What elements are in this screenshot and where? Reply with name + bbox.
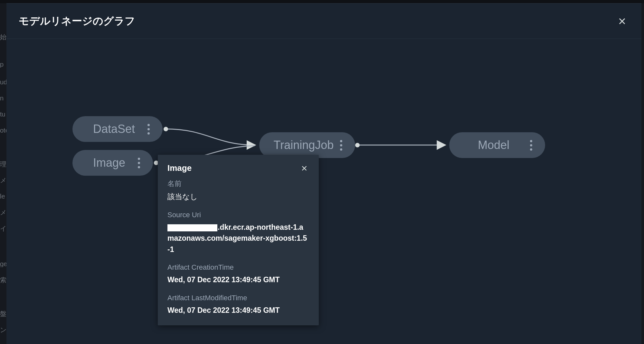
lineage-panel: モデルリネージのグラフ DataSet xyxy=(6,3,641,344)
node-label: DataSet xyxy=(85,122,143,136)
node-label: Model xyxy=(462,138,525,152)
field-label-name: 名前 xyxy=(167,179,309,189)
node-label: Image xyxy=(85,156,133,170)
panel-close-button[interactable] xyxy=(615,14,629,28)
close-icon xyxy=(618,17,627,26)
node-dataset[interactable]: DataSet xyxy=(72,116,163,142)
popover-close-button[interactable] xyxy=(299,163,309,173)
field-value-name: 該当なし xyxy=(167,191,309,202)
field-value-creation-time: Wed, 07 Dec 2022 13:49:45 GMT xyxy=(167,274,309,285)
sidebar-fragment-column: 始 p ud n tu ote 理 メ le メ イ ge 索 盤 ン xyxy=(0,3,6,344)
node-output-port[interactable] xyxy=(164,127,168,131)
node-menu-button[interactable] xyxy=(525,137,537,153)
redacted-account-id xyxy=(167,224,217,231)
popover-title: Image xyxy=(167,163,192,173)
close-icon xyxy=(301,165,308,172)
field-value-modified-time: Wed, 07 Dec 2022 13:49:45 GMT xyxy=(167,305,309,316)
edge-dataset-trainingjob xyxy=(166,129,255,145)
field-label-source-uri: Source Uri xyxy=(167,211,309,219)
panel-header: モデルリネージのグラフ xyxy=(6,4,641,39)
top-strip xyxy=(0,0,644,3)
field-value-source-uri: .dkr.ecr.ap-northeast-1.amazonaws.com/sa… xyxy=(167,222,309,255)
node-trainingjob[interactable]: TrainingJob xyxy=(259,132,355,158)
node-output-port[interactable] xyxy=(355,143,360,147)
node-menu-button[interactable] xyxy=(133,155,145,171)
panel-title: モデルリネージのグラフ xyxy=(19,14,135,28)
node-model[interactable]: Model xyxy=(449,132,545,158)
node-image[interactable]: Image xyxy=(72,150,153,176)
node-label: TrainingJob xyxy=(272,138,335,152)
node-menu-button[interactable] xyxy=(143,121,154,137)
field-label-modified-time: Artifact LastModifiedTime xyxy=(167,294,309,302)
field-label-creation-time: Artifact CreationTime xyxy=(167,263,309,272)
edges-layer xyxy=(6,39,641,344)
lineage-canvas[interactable]: DataSet Image TrainingJob Model I xyxy=(6,39,641,344)
node-details-popover: Image 名前 該当なし Source Uri .dkr.ecr.ap-nor… xyxy=(158,155,319,325)
node-menu-button[interactable] xyxy=(335,137,347,153)
